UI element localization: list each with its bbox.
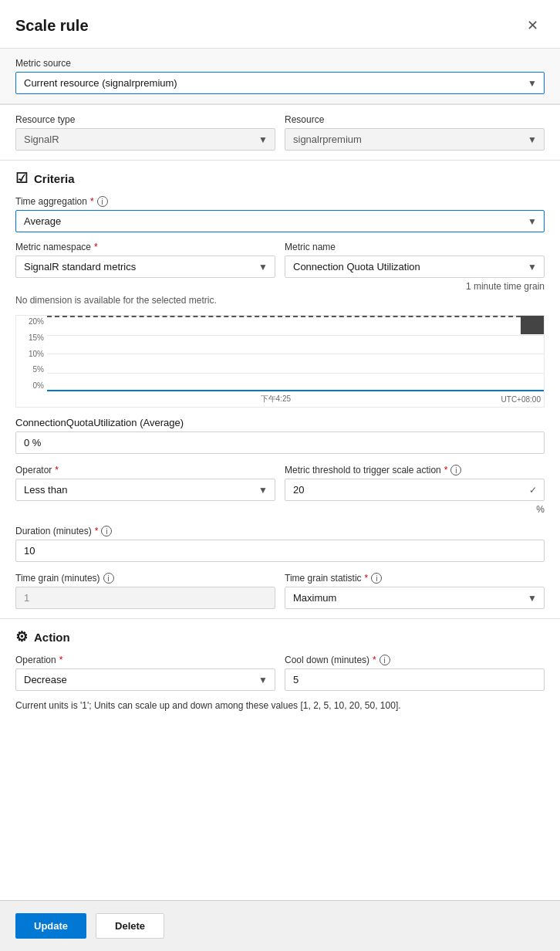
chart-x-labels: 下午4:25 UTC+08:00 (47, 391, 544, 407)
no-dimension-note: No dimension is available for the select… (15, 295, 545, 306)
time-grain-field: Time grain (minutes) i (15, 573, 275, 609)
operator-wrapper: Less than ▼ (15, 479, 275, 501)
metric-name-field: Metric name Connection Quota Utilization… (285, 242, 545, 278)
metric-source-select[interactable]: Current resource (signalrpremium) (15, 72, 545, 94)
resource-type-select[interactable]: SignalR (15, 128, 275, 151)
metric-name-select[interactable]: Connection Quota Utilization (285, 256, 545, 278)
metric-name-wrapper: Connection Quota Utilization ▼ (285, 256, 545, 278)
threshold-block (521, 316, 544, 334)
y-label-0: 0% (33, 381, 44, 390)
criteria-heading: Criteria (34, 172, 75, 185)
duration-label: Duration (minutes) * i (15, 526, 545, 536)
metric-namespace-label: Metric namespace * (15, 242, 275, 252)
delete-button[interactable]: Delete (96, 913, 164, 939)
spacer (0, 722, 560, 900)
update-button[interactable]: Update (15, 913, 86, 939)
time-grain-info-icon[interactable]: i (103, 573, 114, 584)
tgs-info-icon[interactable]: i (371, 573, 382, 584)
scale-rule-panel: Scale rule ✕ Metric source Current resou… (0, 0, 560, 951)
operator-threshold-row: Operator * Less than ▼ Metric threshold … (15, 465, 545, 501)
operation-label: Operation * (15, 655, 275, 665)
resource-label: Resource (285, 114, 545, 125)
time-aggregation-info-icon[interactable]: i (97, 196, 108, 207)
cool-down-info-icon[interactable]: i (380, 655, 390, 665)
time-aggregation-wrapper: Average ▼ (15, 210, 545, 232)
operation-wrapper: Decrease ▼ (15, 668, 275, 691)
grid-line-10 (47, 354, 544, 354)
tgs-required: * (365, 573, 369, 584)
criteria-section: ☑ Criteria Time aggregation * i Average … (0, 161, 560, 618)
duration-info-icon[interactable]: i (101, 526, 112, 536)
chart-x-right-label: UTC+08:00 (501, 395, 541, 404)
metric-display-label: ConnectionQuotaUtilization (Average) (15, 417, 545, 428)
time-aggregation-required: * (90, 196, 94, 207)
metric-threshold-info-icon[interactable]: i (450, 465, 461, 476)
panel-title: Scale rule (15, 17, 89, 35)
cool-down-input[interactable] (285, 668, 545, 691)
time-grain-row: Time grain (minutes) i Time grain statis… (15, 573, 545, 609)
duration-input[interactable] (15, 540, 545, 562)
metric-threshold-field: Metric threshold to trigger scale action… (285, 465, 545, 501)
cool-down-required: * (373, 655, 376, 665)
resource-wrapper: signalrpremium ▼ (285, 128, 545, 151)
resource-type-label: Resource type (15, 114, 275, 125)
cool-down-label: Cool down (minutes) * i (285, 655, 545, 665)
grid-line-15 (47, 335, 544, 336)
y-label-15: 15% (29, 333, 44, 342)
duration-required: * (95, 526, 99, 536)
chart-y-labels: 20% 15% 10% 5% 0% (16, 316, 47, 391)
metric-namespace-wrapper: SignalR standard metrics ▼ (15, 256, 275, 278)
operator-field: Operator * Less than ▼ (15, 465, 275, 501)
time-grain-note: 1 minute time grain (15, 281, 545, 292)
metric-threshold-label: Metric threshold to trigger scale action… (285, 465, 545, 476)
time-grain-label: Time grain (minutes) i (15, 573, 275, 584)
criteria-icon: ☑ (15, 170, 28, 187)
operator-required: * (55, 465, 59, 476)
footer: Update Delete (0, 900, 560, 951)
metric-name-label: Metric name (285, 242, 545, 252)
grid-line-5 (47, 373, 544, 374)
metric-namespace-required: * (94, 242, 98, 252)
y-label-10: 10% (29, 350, 44, 358)
y-label-5: 5% (33, 365, 44, 374)
action-icon: ⚙ (15, 628, 28, 645)
metric-namespace-row: Metric namespace * SignalR standard metr… (15, 242, 545, 278)
time-grain-statistic-label: Time grain statistic * i (285, 573, 545, 584)
action-section: ⚙ Action Operation * Decrease ▼ Cool dow… (0, 619, 560, 722)
cool-down-field: Cool down (minutes) * i (285, 655, 545, 691)
action-heading: Action (34, 631, 70, 644)
threshold-dashed-line (47, 316, 544, 317)
operation-required: * (59, 655, 63, 665)
time-grain-statistic-select[interactable]: Maximum (285, 587, 545, 609)
resource-section: Resource type SignalR ▼ Resource signalr… (0, 105, 560, 160)
resource-type-wrapper: SignalR ▼ (15, 128, 275, 151)
operation-select[interactable]: Decrease (15, 668, 275, 691)
panel-header: Scale rule ✕ (0, 0, 560, 48)
chart-x-center-label: 下午4:25 (261, 394, 291, 404)
metric-threshold-select[interactable]: 20 (285, 479, 545, 501)
metric-chart: 20% 15% 10% 5% 0% (15, 315, 545, 408)
metric-namespace-select[interactable]: SignalR standard metrics (15, 256, 275, 278)
threshold-unit: % (15, 504, 545, 515)
close-button[interactable]: ✕ (521, 14, 545, 37)
time-grain-statistic-field: Time grain statistic * i Maximum ▼ (285, 573, 545, 609)
metric-threshold-required: * (444, 465, 448, 476)
operator-select[interactable]: Less than (15, 479, 275, 501)
time-aggregation-select[interactable]: Average (15, 210, 545, 232)
resource-type-field: Resource type SignalR ▼ (15, 114, 275, 151)
metric-source-label: Metric source (15, 58, 545, 69)
y-label-20: 20% (29, 317, 44, 326)
metric-source-section: Metric source Current resource (signalrp… (0, 48, 560, 104)
criteria-header: ☑ Criteria (15, 170, 545, 187)
metric-threshold-wrapper: 20 ✓ (285, 479, 545, 501)
chart-area (47, 316, 544, 391)
metric-namespace-field: Metric namespace * SignalR standard metr… (15, 242, 275, 278)
resource-row: Resource type SignalR ▼ Resource signalr… (15, 114, 545, 151)
time-grain-input (15, 587, 275, 609)
operator-label: Operator * (15, 465, 275, 476)
resource-select[interactable]: signalrpremium (285, 128, 545, 151)
time-grain-statistic-wrapper: Maximum ▼ (285, 587, 545, 609)
action-header: ⚙ Action (15, 628, 545, 645)
metric-value-box: 0 % (15, 432, 545, 454)
resource-field: Resource signalrpremium ▼ (285, 114, 545, 151)
